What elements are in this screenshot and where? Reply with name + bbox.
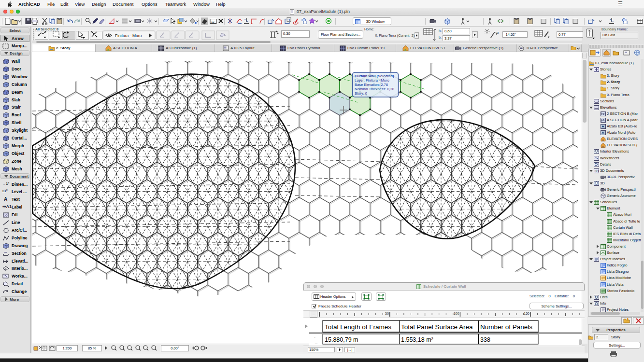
svg-text:50: 50 (385, 312, 389, 315)
svg-text:α: α (497, 31, 499, 34)
svg-text:Curtain Wall (Selected): Curtain Wall (Selected) (355, 74, 394, 78)
svg-text:Total Length of Frames: Total Length of Frames (325, 323, 391, 331)
svg-text:_: _ (315, 339, 318, 344)
svg-text:15.880,79 m: 15.880,79 m (325, 336, 358, 343)
svg-text:Number of Panels: Number of Panels (480, 323, 532, 331)
svg-text:150: 150 (524, 312, 530, 315)
svg-text:12: 12 (211, 20, 215, 23)
svg-text:100: 100 (454, 312, 459, 315)
svg-text:Layer: Finitura - Muro: Layer: Finitura - Muro (355, 78, 389, 83)
svg-text:Story: 0: Story: 0 (355, 91, 367, 96)
svg-text:Base Elevation: 2,78: Base Elevation: 2,78 (355, 83, 388, 87)
svg-text:Finitura - Muro: Finitura - Muro (115, 33, 142, 38)
svg-text:1.553,18 m²: 1.553,18 m² (401, 336, 433, 343)
svg-text:Total Panel Surface Area: Total Panel Surface Area (401, 323, 473, 331)
svg-text:3D: 3D (595, 169, 599, 173)
svg-text:Nominal Thickness: 0,30: Nominal Thickness: 0,30 (355, 87, 394, 91)
svg-text:-: - (314, 334, 315, 339)
svg-text:338: 338 (480, 336, 490, 343)
